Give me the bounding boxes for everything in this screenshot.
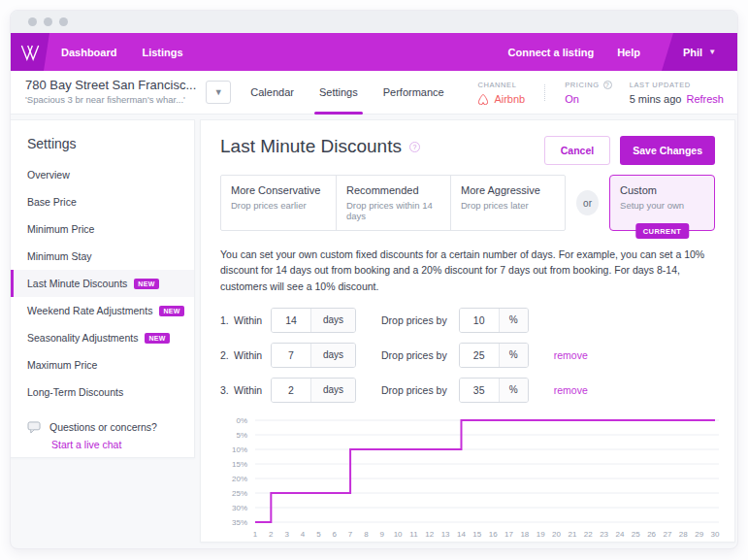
current-badge: CURRENT <box>635 223 689 239</box>
remove-row-link[interactable]: remove <box>554 349 588 361</box>
percent-unit-label: % <box>499 309 528 332</box>
days-input-group: days <box>271 308 356 333</box>
nav-item-dashboard[interactable]: Dashboard <box>61 47 116 58</box>
strategy-card[interactable]: Recommended Drop prices within 14 days <box>336 176 450 230</box>
percent-input[interactable] <box>460 309 499 332</box>
discount-rule-row: 2. Within days Drop prices by % remove <box>220 343 715 368</box>
new-badge: NEW <box>159 306 183 316</box>
svg-text:6: 6 <box>332 530 337 539</box>
svg-text:12: 12 <box>425 530 434 539</box>
svg-text:30%: 30% <box>232 503 247 511</box>
drop-prices-by-label: Drop prices by <box>381 384 447 396</box>
chevron-down-icon: ▼ <box>708 48 716 56</box>
traffic-light-zoom[interactable] <box>59 17 68 26</box>
top-navbar: Dashboard Listings Connect a listing Hel… <box>11 33 737 71</box>
svg-text:13: 13 <box>441 530 450 539</box>
user-menu[interactable]: Phil ▼ <box>662 33 737 71</box>
percent-input[interactable] <box>460 379 499 402</box>
svg-text:10%: 10% <box>232 445 247 453</box>
percent-input[interactable] <box>460 344 499 367</box>
sidebar-item-minimum-price[interactable]: Minimum Price <box>11 215 194 243</box>
percent-input-group: % <box>459 308 529 333</box>
sidebar-item-long-term-discounts[interactable]: Long-Term Discounts <box>11 379 194 406</box>
window-titlebar <box>11 11 737 33</box>
brand-logo[interactable] <box>11 33 49 71</box>
info-icon[interactable]: ? <box>409 142 420 152</box>
svg-text:9: 9 <box>380 530 385 539</box>
svg-text:1: 1 <box>253 530 258 539</box>
pricing-label: PRICING ? <box>565 81 611 89</box>
days-input[interactable] <box>272 379 310 402</box>
sidebar-item-label: Minimum Stay <box>27 250 92 262</box>
preset-strategies: More Conservative Drop prices earlier Re… <box>220 175 566 231</box>
remove-row-link[interactable]: remove <box>554 384 588 396</box>
sidebar-item-label: Weekend Rate Adjustments <box>27 305 152 316</box>
days-input[interactable] <box>272 309 310 332</box>
tab-performance[interactable]: Performance <box>383 71 444 115</box>
sidebar-question: Questions or concerns? <box>49 421 157 433</box>
discount-rule-row: 3. Within days Drop prices by % remove <box>220 378 715 403</box>
discount-step-chart: 0%5%10%15%20%25%30%35%123456789101112131… <box>220 412 721 549</box>
page-content: Settings Overview Base Price Minimum Pri… <box>11 115 737 549</box>
settings-sidebar: Settings Overview Base Price Minimum Pri… <box>11 119 195 458</box>
info-icon[interactable]: ? <box>603 81 612 89</box>
sidebar-item-label: Minimum Price <box>27 223 94 235</box>
svg-text:24: 24 <box>615 530 624 539</box>
svg-text:21: 21 <box>568 530 576 539</box>
traffic-light-minimize[interactable] <box>44 17 52 26</box>
save-changes-button[interactable]: Save Changes <box>620 136 715 165</box>
nav-right-links: Connect a listing Help <box>508 47 640 58</box>
days-input-group: days <box>271 343 356 368</box>
tab-calendar[interactable]: Calendar <box>250 71 294 115</box>
days-input[interactable] <box>272 344 310 367</box>
listing-header: 780 Bay Street San Francisc... 'Spacious… <box>11 71 737 115</box>
svg-text:5: 5 <box>316 530 321 539</box>
pricing-status[interactable]: On <box>565 93 579 105</box>
traffic-light-close[interactable] <box>28 17 37 26</box>
help-link[interactable]: Help <box>617 47 640 58</box>
sidebar-item-maximum-price[interactable]: Maximum Price <box>11 351 194 379</box>
strategy-subtitle: Setup your own <box>620 200 704 211</box>
strategy-card[interactable]: More Aggressive Drop prices later <box>450 176 565 230</box>
nav-item-listings[interactable]: Listings <box>142 47 182 58</box>
cancel-button[interactable]: Cancel <box>544 136 610 165</box>
svg-text:25: 25 <box>632 530 640 539</box>
svg-text:11: 11 <box>409 530 418 539</box>
listing-switcher-button[interactable]: ▼ <box>206 81 231 104</box>
strategy-title: More Aggressive <box>461 184 555 196</box>
start-live-chat-link[interactable]: Start a live chat <box>51 439 194 450</box>
sidebar-item-last-minute-discounts[interactable]: Last Minute Discounts NEW <box>11 270 194 297</box>
discount-chart-container: 0%5%10%15%20%25%30%35%123456789101112131… <box>220 412 715 549</box>
new-badge: NEW <box>134 279 158 289</box>
sidebar-item-seasonality-adjustments[interactable]: Seasonality Adjustments NEW <box>11 324 194 351</box>
row-index: 1. <box>220 314 234 326</box>
channel-block: CHANNEL Airbnb <box>477 81 525 105</box>
divider <box>544 84 545 101</box>
strategy-selector: More Conservative Drop prices earlier Re… <box>220 175 715 231</box>
days-input-group: days <box>271 378 356 403</box>
sidebar-item-base-price[interactable]: Base Price <box>11 188 194 215</box>
strategy-card[interactable]: More Conservative Drop prices earlier <box>221 176 336 230</box>
user-name: Phil <box>683 47 702 58</box>
svg-text:35%: 35% <box>232 517 247 526</box>
svg-text:3: 3 <box>284 530 289 539</box>
sidebar-item-minimum-stay[interactable]: Minimum Stay <box>11 243 194 270</box>
days-unit-label: days <box>310 379 355 402</box>
custom-strategy-card[interactable]: Custom Setup your own CURRENT <box>609 175 715 231</box>
panel-header: Last Minute Discounts ? Cancel Save Chan… <box>220 136 715 165</box>
sidebar-item-overview[interactable]: Overview <box>11 161 194 188</box>
connect-a-listing-link[interactable]: Connect a listing <box>508 47 595 58</box>
svg-text:29: 29 <box>695 530 703 539</box>
svg-text:4: 4 <box>301 530 306 539</box>
sidebar-item-label: Maximum Price <box>27 359 97 371</box>
svg-text:20: 20 <box>552 530 561 539</box>
last-minute-discounts-panel: Last Minute Discounts ? Cancel Save Chan… <box>200 119 735 543</box>
refresh-link[interactable]: Refresh <box>686 93 724 105</box>
listing-titles: 780 Bay Street San Francisc... 'Spacious… <box>25 79 196 106</box>
strategy-subtitle: Drop prices later <box>461 200 555 211</box>
tab-settings[interactable]: Settings <box>319 71 358 115</box>
sidebar-item-weekend-rate-adjustments[interactable]: Weekend Rate Adjustments NEW <box>11 297 194 324</box>
chat-bubble-icon <box>27 421 42 434</box>
last-updated-label: LAST UPDATED <box>630 81 724 89</box>
drop-prices-by-label: Drop prices by <box>381 314 447 326</box>
